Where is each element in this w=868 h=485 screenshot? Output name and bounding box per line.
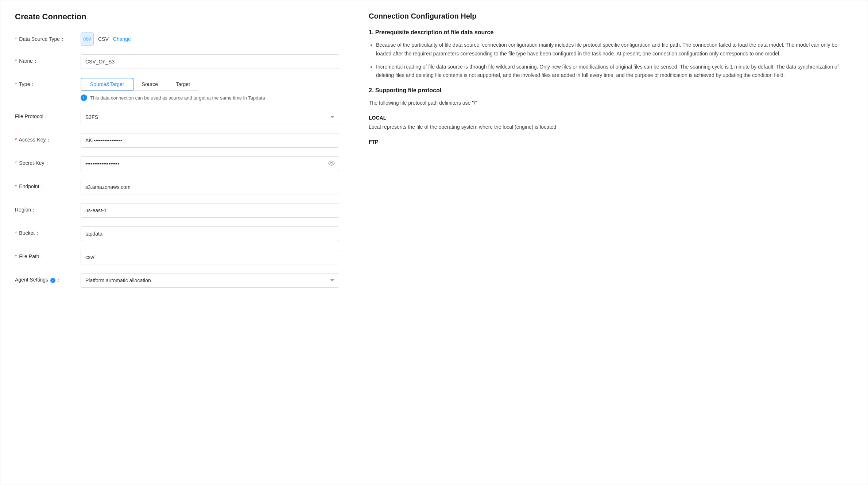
required-star-endpoint: * (15, 183, 17, 189)
agent-info-icon: i (50, 278, 55, 283)
eye-icon[interactable] (328, 160, 335, 168)
datasource-type-name: CSV (98, 36, 109, 42)
csv-icon: CSV (81, 32, 94, 46)
type-info-row: i This data connection can be used as so… (81, 94, 339, 101)
name-control (81, 54, 339, 69)
required-star-filepath: * (15, 253, 17, 259)
info-icon: i (81, 94, 87, 101)
secret-key-input[interactable] (81, 156, 339, 171)
region-label: Region： (15, 203, 81, 213)
file-path-control (81, 250, 339, 264)
type-btn-source-target[interactable]: Source&Target (81, 78, 133, 91)
data-source-type-control: CSV CSV Change (81, 32, 339, 46)
protocol-local-name: LOCAL (369, 115, 853, 121)
left-panel: Create Connection * Data Source Type： CS… (0, 0, 354, 485)
help-title: Connection Configuration Help (369, 12, 853, 20)
required-star-secret: * (15, 160, 17, 166)
section1-heading: 1. Prerequisite description of file data… (369, 29, 853, 36)
endpoint-control (81, 180, 339, 194)
region-row: Region： (15, 203, 339, 218)
bucket-row: * Bucket： (15, 226, 339, 241)
section1-item-2: Incremental reading of file data source … (376, 63, 853, 80)
agent-settings-control: Platform automatic allocation Manually s… (81, 273, 339, 288)
file-protocol-row: File Protocol： S3FS (15, 110, 339, 124)
type-btn-target[interactable]: Target (167, 78, 199, 90)
required-star-bucket: * (15, 230, 17, 236)
data-source-type-label: * Data Source Type： (15, 32, 81, 43)
access-key-control (81, 133, 339, 148)
name-label: * Name： (15, 54, 81, 65)
name-row: * Name： (15, 54, 339, 69)
file-protocol-control: S3FS (81, 110, 339, 124)
region-control (81, 203, 339, 218)
file-protocol-label: File Protocol： (15, 110, 81, 120)
bucket-control (81, 226, 339, 241)
file-protocol-select[interactable]: S3FS (81, 110, 339, 124)
type-buttons-group: Source&Target Source Target (81, 78, 199, 91)
endpoint-label: * Endpoint： (15, 180, 81, 190)
required-star-name: * (15, 58, 17, 64)
page-title: Create Connection (15, 12, 339, 22)
section2-heading: 2. Supporting file protocol (369, 87, 853, 94)
endpoint-row: * Endpoint： (15, 180, 339, 194)
secret-key-row: * Secret-Key： (15, 156, 339, 171)
agent-settings-row: Agent Settings i： Platform automatic all… (15, 273, 339, 288)
file-path-input[interactable] (81, 250, 339, 264)
type-label: * Type： (15, 78, 81, 88)
help-section-1: 1. Prerequisite description of file data… (369, 29, 853, 80)
type-row: * Type： Source&Target Source Target i Th… (15, 78, 339, 101)
section1-item-1: Because of the particularity of file dat… (376, 41, 853, 58)
required-star-type: * (15, 81, 17, 87)
required-star-datasource: * (15, 36, 17, 42)
name-input[interactable] (81, 54, 339, 69)
section1-list: Because of the particularity of file dat… (369, 41, 853, 80)
help-section-2: 2. Supporting file protocol The followin… (369, 87, 853, 145)
secret-key-label: * Secret-Key： (15, 156, 81, 167)
required-star-access: * (15, 137, 17, 143)
secret-key-control (81, 156, 339, 171)
access-key-input[interactable] (81, 133, 339, 148)
section2-intro: The following file protocol path delimit… (369, 99, 853, 108)
protocol-ftp-name: FTP (369, 139, 853, 145)
protocol-ftp: FTP (369, 139, 853, 145)
agent-settings-label: Agent Settings i： (15, 273, 81, 283)
file-path-row: * File Path： (15, 250, 339, 264)
type-info-text: This data connection can be used as sour… (90, 95, 265, 101)
type-control: Source&Target Source Target i This data … (81, 78, 339, 101)
bucket-label: * Bucket： (15, 226, 81, 237)
right-panel: Connection Configuration Help 1. Prerequ… (354, 0, 868, 485)
change-link[interactable]: Change (113, 36, 131, 42)
data-source-type-row: * Data Source Type： CSV CSV Change (15, 32, 339, 46)
svg-point-0 (331, 162, 333, 164)
datasource-row: CSV CSV Change (81, 32, 339, 46)
protocol-local: LOCAL Local represents the file of the o… (369, 115, 853, 132)
endpoint-input[interactable] (81, 180, 339, 194)
file-path-label: * File Path： (15, 250, 81, 260)
agent-settings-select[interactable]: Platform automatic allocation Manually s… (81, 273, 339, 288)
access-key-label: * Access-Key： (15, 133, 81, 143)
protocol-local-desc: Local represents the file of the operati… (369, 123, 853, 132)
bucket-input[interactable] (81, 226, 339, 241)
type-btn-source[interactable]: Source (133, 78, 167, 90)
region-input[interactable] (81, 203, 339, 218)
access-key-row: * Access-Key： (15, 133, 339, 148)
